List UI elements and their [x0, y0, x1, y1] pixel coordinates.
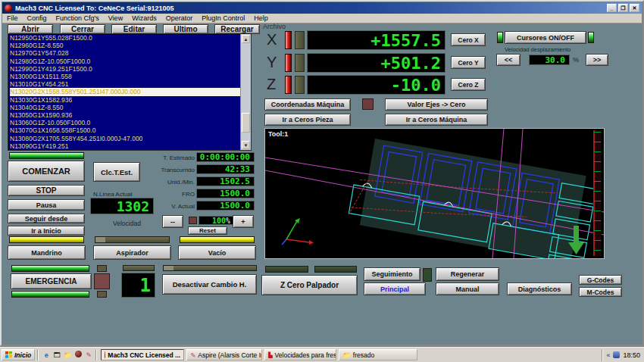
goto-start-button[interactable]: Ir a Inicio: [8, 226, 85, 236]
tray-collapse-icon[interactable]: «: [606, 351, 610, 359]
axis-z-led: [285, 76, 292, 94]
cursors-onoff-button[interactable]: Cursores ON/OFF: [505, 31, 586, 44]
task-pdf[interactable]: ▙ Velocidades para fresad...: [264, 349, 336, 360]
window-title: Mach3 CNC Licensed To: CeNeCe Serial:912…: [15, 5, 174, 12]
desktop-icon[interactable]: 🗔: [52, 351, 61, 360]
menu-config[interactable]: Config: [23, 14, 52, 22]
axis-z-select-button[interactable]: [295, 76, 305, 94]
dro-z[interactable]: -10.0: [307, 75, 445, 95]
elapsed-time-label: Transcurrido: [138, 167, 195, 173]
axis-triad-icon: [282, 218, 314, 245]
axis-x-led: [285, 31, 292, 49]
jog-speed-dro[interactable]: 30.0: [529, 55, 570, 65]
scrollbar-thumb[interactable]: [242, 113, 250, 133]
axis-y-select-button[interactable]: [295, 54, 305, 72]
start-button[interactable]: Inicio: [2, 349, 35, 360]
gcode-scrollbar[interactable]: ▲ ▼: [240, 34, 251, 150]
tray-network-icon[interactable]: [613, 351, 620, 358]
taskbar-divider: [95, 350, 96, 360]
jog-speed-inc-button[interactable]: >>: [586, 54, 608, 66]
gcode-current-line: N13020G2X1558.558Y501.251I47.000J0.000: [10, 88, 240, 95]
axis-z-label: Z: [267, 76, 276, 93]
axes-to-zero-button[interactable]: Valor Ejes -> Cero: [385, 98, 488, 111]
folder-quicklaunch-icon[interactable]: 📁: [63, 351, 72, 360]
task-aspire[interactable]: ✎ Aspire (Alarsis Corte Ind...: [186, 349, 262, 360]
title-bar: Mach3 CNC Licensed To: CeNeCe Serial:912…: [2, 2, 642, 14]
feed-override-label: Velocidad: [113, 220, 141, 227]
scroll-up-icon[interactable]: ▲: [242, 35, 250, 43]
feed-dec-button[interactable]: --: [162, 215, 183, 228]
stop-button[interactable]: STOP: [8, 185, 85, 196]
jog-speed-dec-button[interactable]: <<: [496, 54, 521, 66]
fro-value: 1500.0: [196, 189, 255, 198]
goto-machine-zero-button[interactable]: Ir a Ceros Máquina: [385, 114, 488, 126]
menu-function-cfgs[interactable]: Function Cfg's: [52, 14, 104, 22]
gcode-listing[interactable]: N12950G1Y555.028F1500.0 N12960G1Z-8.550 …: [8, 33, 252, 151]
minimize-button[interactable]: _: [607, 4, 617, 12]
feed-inc-button[interactable]: +: [233, 215, 254, 228]
task-fresado[interactable]: 📁 fresado: [339, 349, 417, 360]
machine-coords-button[interactable]: Coordenadas Máquina: [264, 98, 351, 111]
task-mach3[interactable]: Mach3 CNC Licensed ...: [101, 349, 184, 360]
close-button[interactable]: ✕: [630, 4, 639, 12]
windows-logo-icon: [5, 351, 12, 358]
menu-file[interactable]: File: [2, 14, 23, 22]
feed-reset-button[interactable]: Reset: [188, 226, 227, 235]
zero-x-button[interactable]: Cero X: [451, 33, 486, 46]
pdf-task-icon: ▙: [268, 352, 272, 358]
dro-x[interactable]: +1557.5: [307, 30, 445, 50]
toolpath-display: Tool:1: [264, 128, 605, 259]
gcode-line: N12970G1Y547.028: [10, 49, 240, 57]
spindle-button[interactable]: Mandrino: [8, 245, 86, 260]
dro-y[interactable]: +501.2: [307, 53, 445, 73]
feed-percent-dro[interactable]: 100%: [199, 216, 235, 225]
current-line-dro[interactable]: 1302: [90, 198, 154, 214]
regenerate-button[interactable]: Regenerar: [436, 267, 499, 281]
disable-toolchange-button[interactable]: Desactivar Cambio H.: [162, 274, 257, 295]
gcode-line: N13000G1X1511.558: [10, 73, 240, 80]
gcodes-button[interactable]: G-Codes: [579, 275, 622, 285]
aspire-quicklaunch-icon[interactable]: ✎: [84, 351, 93, 360]
internet-explorer-icon[interactable]: e: [42, 351, 51, 360]
file-section-label: Archivo: [263, 23, 286, 30]
pause-button[interactable]: Pausa: [8, 199, 85, 211]
axis-x-select-button[interactable]: [295, 31, 305, 49]
goto-piece-zero-button[interactable]: Ir a Ceros Pieza: [264, 114, 351, 126]
screen-manual-button[interactable]: Manual: [436, 282, 499, 295]
axis-x-label: X: [267, 31, 277, 48]
menu-plugin-control[interactable]: PlugIn Control: [197, 14, 249, 22]
gcode-line: N12990G1Y419.251F1500.0: [10, 65, 240, 73]
axis-y-led: [285, 54, 292, 72]
gcode-line: N13070G1X1658.558F1500.0: [10, 126, 240, 134]
tool-number-dro[interactable]: 1: [121, 273, 155, 298]
machine-coords-led: [362, 98, 374, 110]
jog-speed-label: Velocidad desplazamiento: [505, 46, 571, 53]
gcode-line: N13080G2X1705.558Y454.251I0.000J-47.000: [10, 135, 240, 142]
cycle-start-button[interactable]: COMENZAR: [8, 161, 85, 182]
mach3-app-icon: [5, 5, 12, 12]
vacuum-button[interactable]: Vacío: [178, 245, 256, 260]
screen-main-button[interactable]: Principal: [364, 282, 426, 295]
zero-z-button[interactable]: Cero Z: [451, 78, 486, 91]
follow-mode-button[interactable]: Seguimiento: [364, 267, 420, 281]
calc-time-button[interactable]: Clc.T.Est.: [93, 162, 140, 182]
estimated-time-label: T. Estimado: [138, 154, 195, 161]
mach3-quicklaunch-icon[interactable]: [73, 351, 83, 360]
restore-button[interactable]: ❐: [618, 4, 628, 12]
extractor-button[interactable]: Aspirador: [93, 245, 171, 260]
mcodes-button[interactable]: M-Codes: [579, 287, 622, 297]
emergency-stop-button[interactable]: EMERGENCIA: [11, 273, 92, 289]
zero-y-button[interactable]: Cero Y: [451, 56, 486, 69]
gcode-line: N12960G1Z-8.550: [10, 42, 240, 49]
menu-operator[interactable]: Operator: [161, 14, 198, 22]
menu-help[interactable]: Help: [249, 14, 273, 22]
menu-wizards[interactable]: Wizards: [127, 14, 161, 22]
extractor-led: [95, 236, 170, 243]
run-from-here-button[interactable]: Seguir desde: [8, 214, 85, 223]
menu-view[interactable]: View: [104, 14, 127, 22]
gcode-line: N13040G1Z-8.550: [10, 104, 240, 111]
feed-override-led: [189, 217, 197, 224]
z-probe-button[interactable]: Z Cero Palpador: [261, 275, 358, 295]
screen-diagnostics-button[interactable]: Diagnósticos: [507, 282, 572, 295]
scroll-down-icon[interactable]: ▼: [242, 141, 250, 149]
